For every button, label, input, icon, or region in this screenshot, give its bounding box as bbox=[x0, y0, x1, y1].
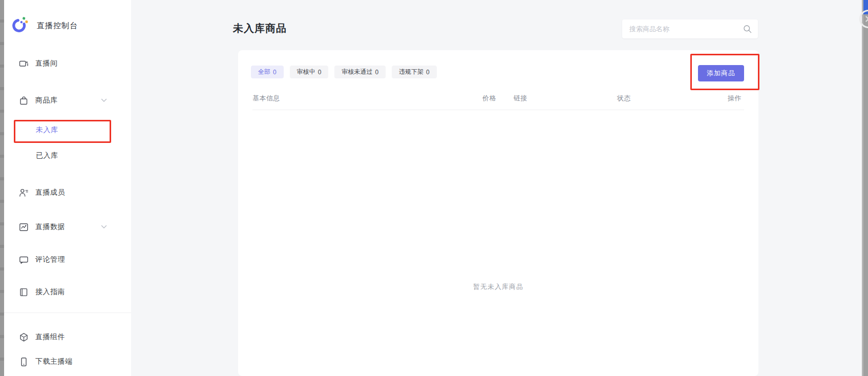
sidebar-subitem-label: 未入库 bbox=[36, 126, 58, 134]
cube-icon bbox=[19, 332, 29, 342]
sidebar-item-label: 接入指南 bbox=[35, 287, 65, 297]
app-title: 直播控制台 bbox=[37, 21, 78, 31]
close-x-glyph bbox=[864, 15, 868, 23]
sidebar-item-label: 直播间 bbox=[35, 59, 58, 68]
sidebar-item-label: 直播数据 bbox=[35, 222, 65, 232]
tab-label: 审核中 bbox=[297, 68, 315, 76]
sidebar-item-product-library[interactable]: 商品库 bbox=[19, 94, 58, 107]
search-input[interactable] bbox=[622, 19, 758, 38]
comment-icon bbox=[19, 255, 29, 265]
tab-label: 全部 bbox=[258, 68, 270, 76]
tab-removed-violation[interactable]: 违规下架0 bbox=[392, 66, 437, 78]
tab-count: 0 bbox=[426, 69, 430, 76]
sidebar-item-in-stock[interactable]: 已入库 bbox=[36, 151, 58, 160]
background-window-edge-right bbox=[862, 0, 868, 376]
sidebar-item-label: 评论管理 bbox=[35, 255, 65, 264]
video-camera-icon bbox=[19, 59, 29, 69]
chart-icon bbox=[19, 222, 29, 232]
members-icon bbox=[19, 188, 29, 198]
tab-count: 0 bbox=[273, 69, 277, 76]
tab-review-failed[interactable]: 审核未通过0 bbox=[334, 66, 386, 78]
tab-under-review[interactable]: 审核中0 bbox=[290, 66, 329, 78]
tab-all[interactable]: 全部0 bbox=[251, 66, 284, 78]
sidebar: 直播控制台 直播间 商品库 未入库 已入库 bbox=[4, 0, 131, 376]
search-icon[interactable] bbox=[743, 25, 752, 33]
sidebar-item-not-in-stock[interactable]: 未入库 bbox=[36, 126, 58, 135]
empty-state-text: 暂无未入库商品 bbox=[252, 282, 744, 291]
tab-count: 0 bbox=[375, 69, 378, 76]
close-icon[interactable] bbox=[859, 10, 868, 28]
shopping-bag-icon bbox=[19, 96, 29, 106]
chevron-down-icon[interactable] bbox=[101, 98, 107, 102]
tab-count: 0 bbox=[318, 69, 322, 76]
sidebar-item-label: 下载主播端 bbox=[35, 357, 73, 366]
sidebar-item-live-members[interactable]: 直播成员 bbox=[19, 186, 65, 199]
column-header-link: 链接 bbox=[514, 94, 527, 103]
column-header-price: 价格 bbox=[482, 94, 496, 103]
column-header-action: 操作 bbox=[728, 94, 742, 103]
status-filter-tabs: 全部0 审核中0 审核未通过0 违规下架0 bbox=[251, 66, 437, 78]
sidebar-item-live-room[interactable]: 直播间 bbox=[19, 57, 58, 70]
tab-label: 审核未通过 bbox=[342, 68, 372, 76]
page-title: 未入库商品 bbox=[233, 22, 287, 35]
chevron-down-icon[interactable] bbox=[101, 225, 107, 229]
sidebar-divider bbox=[4, 312, 131, 313]
app-logo-icon bbox=[12, 16, 29, 33]
column-header-status: 状态 bbox=[617, 94, 631, 103]
sidebar-subitem-label: 已入库 bbox=[36, 151, 58, 159]
sidebar-item-download-anchor-app[interactable]: 下载主播端 bbox=[19, 355, 73, 368]
sidebar-item-label: 商品库 bbox=[35, 96, 58, 105]
guide-book-icon bbox=[19, 287, 29, 297]
table-header-divider bbox=[252, 110, 744, 110]
sidebar-item-label: 直播成员 bbox=[35, 188, 65, 197]
phone-icon bbox=[19, 357, 29, 367]
background-window-edge-left bbox=[0, 0, 4, 376]
add-product-button[interactable]: 添加商品 bbox=[698, 65, 744, 81]
products-panel: 全部0 审核中0 审核未通过0 违规下架0 添加商品 基本信息 价格 链接 状态… bbox=[238, 50, 758, 376]
sidebar-item-live-data[interactable]: 直播数据 bbox=[19, 220, 65, 234]
sidebar-item-label: 直播组件 bbox=[35, 332, 65, 342]
column-header-basic-info: 基本信息 bbox=[252, 94, 280, 103]
tab-label: 违规下架 bbox=[399, 68, 424, 76]
sidebar-item-live-components[interactable]: 直播组件 bbox=[19, 330, 65, 344]
search-box bbox=[622, 19, 758, 38]
sidebar-item-comment-management[interactable]: 评论管理 bbox=[19, 253, 65, 266]
sidebar-item-access-guide[interactable]: 接入指南 bbox=[19, 285, 65, 299]
